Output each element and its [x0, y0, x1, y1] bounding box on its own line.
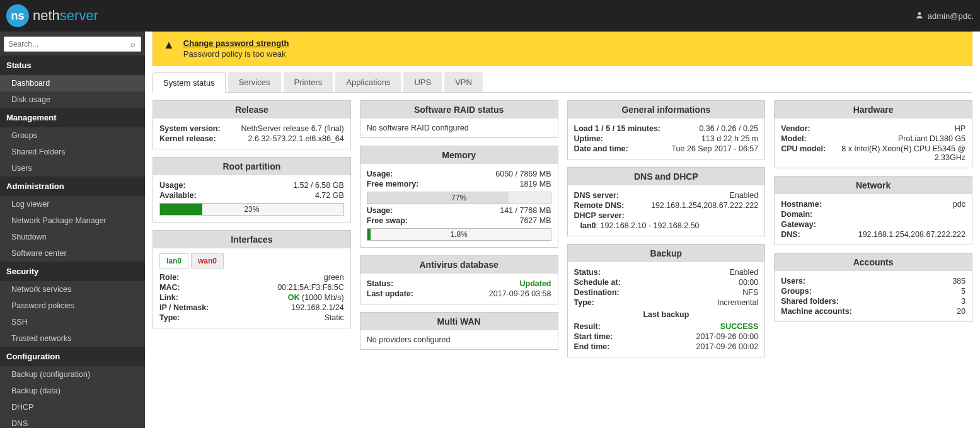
alert-link[interactable]: Change password strength	[183, 38, 289, 48]
tab-ups[interactable]: UPS	[403, 72, 442, 92]
panel-backup: Backup Status:Enabled Schedule at:00:00 …	[567, 244, 766, 357]
search-icon[interactable]: ⌕	[125, 37, 141, 51]
panel-release: Release System version:NethServer releas…	[153, 100, 351, 149]
nav-item-sharedfolders[interactable]: Shared Folders	[0, 144, 145, 160]
swap-free-v: 7627 MB	[519, 216, 551, 225]
search-box[interactable]: ⌕	[4, 37, 141, 52]
nav-item-dashboard[interactable]: Dashboard	[0, 75, 145, 91]
bk-last-title: Last backup	[574, 310, 759, 319]
panel-raid: Software RAID status No software RAID co…	[360, 100, 558, 138]
mem-progress: 77%	[367, 192, 551, 204]
acc-groups-v: 5	[961, 287, 966, 296]
nav-item-backupdata[interactable]: Backup (data)	[0, 383, 145, 399]
topbar-user[interactable]: admin@pdc.	[915, 11, 974, 21]
nav-item-shutdown[interactable]: Shutdown	[0, 229, 145, 245]
bk-start-k: Start time:	[574, 332, 613, 341]
gen-uptime-v: 113 d 22 h 25 m	[701, 134, 758, 143]
iface-type-k: Type:	[159, 313, 180, 322]
nav-item-dns[interactable]: DNS	[0, 415, 145, 428]
tab-vpn[interactable]: VPN	[444, 72, 483, 92]
panel-title: Release	[153, 101, 350, 119]
bk-result-v: SUCCESS	[720, 322, 758, 331]
nav-item-passwordpolicies[interactable]: Password policies	[0, 298, 145, 314]
panel-title: Antivirus database	[360, 256, 558, 274]
logo-text-a: neth	[33, 8, 60, 23]
nav-item-ssh[interactable]: SSH	[0, 314, 145, 330]
tab-applications[interactable]: Applications	[335, 72, 401, 92]
bk-type-k: Type:	[574, 298, 594, 307]
tab-system-status[interactable]: System status	[153, 72, 226, 93]
iface-ip-k: IP / Netmask:	[159, 303, 209, 312]
logo-icon: ns	[6, 4, 29, 27]
gen-load-v: 0.36 / 0.26 / 0.25	[699, 124, 758, 133]
warning-icon: ▲	[163, 38, 175, 52]
swap-free-k: Free swap:	[367, 216, 408, 225]
panel-root-partition: Root partition Usage:1.52 / 6.58 GB Avai…	[153, 157, 351, 223]
hw-vendor-v: HP	[955, 124, 966, 133]
search-input[interactable]	[4, 37, 125, 51]
nav-item-users[interactable]: Users	[0, 160, 145, 176]
nav-item-diskusage[interactable]: Disk usage	[0, 91, 145, 108]
dns-remote-k: Remote DNS:	[574, 201, 625, 210]
av-status-v: Updated	[520, 279, 551, 288]
tab-printers[interactable]: Printers	[284, 72, 333, 92]
nav-item-softwarecenter[interactable]: Software center	[0, 245, 145, 262]
raid-msg: No software RAID configured	[367, 124, 469, 132]
release-kernel-v: 2.6.32-573.22.1.el6.x86_64	[248, 134, 344, 143]
panel-dns-dhcp: DNS and DHCP DNS server:Enabled Remote D…	[567, 167, 766, 236]
root-progress-pct: 23%	[160, 205, 343, 214]
iface-link-k: Link:	[159, 293, 178, 302]
bk-type-v: Incremental	[717, 298, 758, 307]
swap-usage-v: 141 / 7768 MB	[500, 206, 551, 215]
panel-title: Software RAID status	[360, 101, 558, 119]
nav-item-trustednetworks[interactable]: Trusted networks	[0, 330, 145, 347]
iface-role-v: green	[324, 273, 344, 282]
logo-text-b: server	[60, 8, 98, 23]
panel-antivirus: Antivirus database Status:Updated Last u…	[360, 255, 558, 304]
nav-item-npm[interactable]: Network Package Manager	[0, 212, 145, 229]
iface-ip-v: 192.168.2.1/24	[291, 303, 343, 312]
bk-end-k: End time:	[574, 342, 610, 351]
hw-cpu-k: CPU model:	[781, 144, 826, 162]
iface-tab-wan0[interactable]: wan0	[191, 253, 224, 269]
bk-status-v: Enabled	[729, 268, 758, 277]
net-host-v: pdc	[953, 200, 966, 209]
iface-type-v: Static	[324, 313, 343, 322]
bk-sched-v: 00:00	[739, 278, 758, 287]
nav-item-dhcp[interactable]: DHCP	[0, 399, 145, 415]
release-kernel-k: Kernel release:	[159, 134, 216, 143]
net-dns-v: 192.168.1.254,208.67.222.222	[858, 230, 966, 239]
bk-result-k: Result:	[574, 322, 601, 331]
panel-title: General informations	[568, 101, 765, 119]
nav-item-groups[interactable]: Groups	[0, 127, 145, 144]
panel-title: Backup	[568, 245, 765, 262]
root-avail-v: 4.72 GB	[315, 191, 344, 200]
panel-title: Root partition	[153, 158, 350, 175]
av-last-v: 2017-09-26 03:58	[489, 289, 551, 298]
nav-item-networkservices[interactable]: Network services	[0, 281, 145, 298]
nav-item-backupconfig[interactable]: Backup (configuration)	[0, 366, 145, 383]
panel-title: DNS and DHCP	[568, 168, 765, 185]
release-sysver-v: NethServer release 6.7 (final)	[241, 124, 343, 133]
hw-model-v: ProLiant DL380 G5	[898, 134, 966, 143]
nav-section-status: Status	[0, 55, 145, 75]
swap-usage-k: Usage:	[367, 206, 393, 215]
nav-item-logviewer[interactable]: Log viewer	[0, 196, 145, 212]
mem-free-k: Free memory:	[367, 180, 419, 188]
av-last-k: Last update:	[367, 289, 413, 298]
net-gw-k: Gateway:	[781, 220, 816, 229]
acc-users-v: 385	[952, 277, 966, 286]
user-label: admin@pdc.	[928, 11, 974, 21]
hw-cpu-v: 8 x Intel(R) Xeon(R) CPU E5345 @ 2.33GHz	[840, 144, 966, 162]
iface-link-v: OK (1000 Mb/s)	[288, 293, 344, 302]
tab-services[interactable]: Services	[228, 72, 281, 92]
iface-role-k: Role:	[159, 273, 179, 282]
gen-uptime-k: Uptime:	[574, 134, 604, 143]
panel-accounts: Accounts Users:385 Groups:5 Shared folde…	[774, 253, 972, 322]
acc-groups-k: Groups:	[781, 287, 812, 296]
panel-interfaces: Interfaces lan0 wan0 Role:green MAC:00:2…	[153, 230, 351, 328]
iface-tab-lan0[interactable]: lan0	[159, 253, 188, 269]
bk-status-k: Status:	[574, 268, 601, 277]
hw-model-k: Model:	[781, 134, 806, 143]
bk-start-v: 2017-09-26 00:00	[696, 332, 759, 341]
